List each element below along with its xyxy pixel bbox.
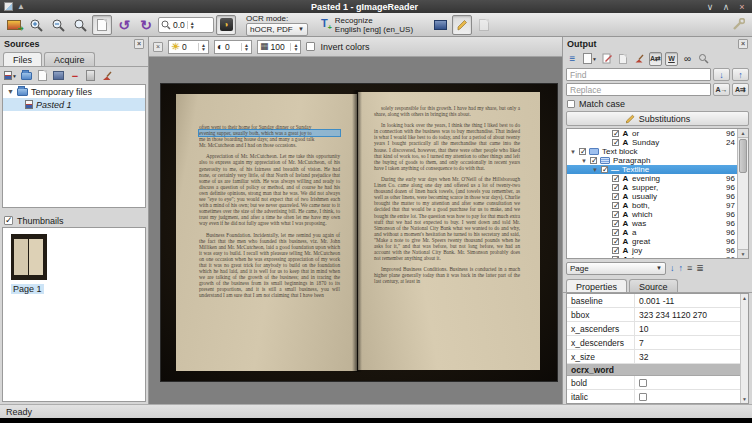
- item-checkbox[interactable]: [612, 202, 619, 209]
- tree-row-pasted-1[interactable]: Pasted 1: [3, 98, 145, 111]
- minimize-button[interactable]: ∨: [704, 2, 716, 12]
- settings-button[interactable]: [728, 15, 748, 35]
- ocr-tree-row[interactable]: A or 96: [567, 129, 737, 138]
- tab-source[interactable]: Source: [629, 279, 678, 292]
- ocr-tree-row[interactable]: A joy 96: [567, 246, 737, 255]
- zoom-in-button[interactable]: [26, 15, 46, 35]
- capture-image-button[interactable]: [430, 15, 450, 35]
- open-folder-button[interactable]: [21, 69, 33, 83]
- expander-icon[interactable]: ▼: [570, 149, 576, 155]
- brightness-spinbox[interactable]: ☀ 0 ▲▼: [168, 40, 209, 54]
- collapse-all-button[interactable]: ≣: [696, 263, 704, 273]
- next-item-button[interactable]: ↓: [670, 263, 675, 273]
- thumbnails-checkbox[interactable]: [4, 216, 13, 225]
- item-checkbox[interactable]: [612, 175, 619, 182]
- italic-checkbox[interactable]: [639, 393, 647, 401]
- expander-icon[interactable]: ▼: [581, 158, 587, 164]
- ocr-result-tree[interactable]: A or 96 A Sunday 24 ▼ Text block ▼ Parag…: [566, 128, 749, 259]
- save-output-button[interactable]: ▼: [582, 52, 598, 66]
- rotate-right-button[interactable]: ↻: [136, 15, 156, 35]
- close-button[interactable]: ×: [736, 2, 748, 12]
- scrollbar-thumb[interactable]: [739, 139, 747, 173]
- prev-item-button[interactable]: ↑: [679, 263, 684, 273]
- ocr-tree-row[interactable]: ▼ Paragraph: [567, 156, 737, 165]
- controls-close-icon[interactable]: ×: [153, 42, 163, 52]
- expander-icon[interactable]: ▼: [7, 88, 14, 95]
- replace-all-button[interactable]: A⇉: [732, 83, 749, 96]
- item-checkbox[interactable]: [612, 238, 619, 245]
- table-scrollbar[interactable]: ▲ ▼: [740, 294, 748, 403]
- property-value[interactable]: 7: [635, 338, 740, 348]
- property-row[interactable]: bold: [567, 376, 740, 390]
- property-row[interactable]: x_ascenders 10: [567, 322, 740, 336]
- property-value[interactable]: 323 234 1120 270: [635, 310, 740, 320]
- property-value[interactable]: [635, 393, 740, 401]
- property-value[interactable]: 0.001 -11: [635, 296, 740, 306]
- rotate-left-button[interactable]: ↺: [114, 15, 134, 35]
- sources-file-tree[interactable]: ▼ Temporary files Pasted 1: [2, 84, 146, 208]
- expander-icon[interactable]: ▼: [592, 167, 598, 173]
- item-checkbox[interactable]: [601, 166, 608, 173]
- ocr-tree-row[interactable]: A which 96: [567, 210, 737, 219]
- scanned-book-image[interactable]: often went to their home for Sunday dinn…: [161, 84, 557, 381]
- tab-acquire[interactable]: Acquire: [44, 52, 95, 66]
- page-thumbnail[interactable]: [11, 234, 47, 280]
- property-value[interactable]: 32: [635, 352, 740, 362]
- contrast-spin-arrows[interactable]: ▲▼: [241, 43, 249, 51]
- item-checkbox[interactable]: [590, 157, 597, 164]
- thumbnails-list[interactable]: Page 1: [2, 227, 146, 402]
- recognize-button[interactable]: T+ Recognize English [eng] (en_US): [316, 15, 418, 35]
- add-images-button[interactable]: ▼: [4, 69, 17, 83]
- property-row[interactable]: x_descenders 7: [567, 336, 740, 350]
- brightness-spin-arrows[interactable]: ▲▼: [198, 43, 206, 51]
- item-checkbox[interactable]: [612, 193, 619, 200]
- item-checkbox[interactable]: [612, 130, 619, 137]
- edit-hocr-button[interactable]: [601, 52, 614, 66]
- scroll-down-icon[interactable]: ▼: [741, 395, 748, 403]
- zoom-out-button[interactable]: [48, 15, 68, 35]
- ocr-tree-row[interactable]: A supper, 96: [567, 183, 737, 192]
- scroll-up-icon[interactable]: ▲: [738, 129, 748, 138]
- delete-source-button[interactable]: [85, 69, 97, 83]
- find-next-button[interactable]: ↓: [713, 68, 730, 81]
- property-value[interactable]: [635, 379, 740, 387]
- substitutions-button[interactable]: Substitutions: [566, 111, 749, 126]
- navigation-target-selector[interactable]: ∞: [681, 52, 694, 66]
- property-value[interactable]: 10: [635, 324, 740, 334]
- sources-close-icon[interactable]: ×: [134, 39, 144, 49]
- ocr-tree-row[interactable]: A a 96: [567, 228, 737, 237]
- find-prev-button[interactable]: ↑: [732, 68, 749, 81]
- clear-sources-button[interactable]: [101, 69, 113, 83]
- preview-button[interactable]: [617, 52, 630, 66]
- ocr-tree-row[interactable]: A Sunday 24: [567, 138, 737, 147]
- pin-icon[interactable]: ▲: [17, 3, 25, 11]
- scroll-up-icon[interactable]: ▲: [741, 294, 748, 302]
- navigation-scope-combo[interactable]: Page ▼: [566, 262, 666, 275]
- properties-table[interactable]: baseline 0.001 -11 bbox 323 234 1120 270…: [566, 293, 749, 404]
- invert-colors-checkbox[interactable]: [306, 42, 315, 51]
- bold-checkbox[interactable]: [639, 379, 647, 387]
- find-input[interactable]: [566, 68, 711, 81]
- zoom-fit-button[interactable]: [92, 15, 112, 35]
- match-case-checkbox[interactable]: [567, 100, 575, 108]
- replace-button[interactable]: A→: [713, 83, 730, 96]
- image-canvas[interactable]: often went to their home for Sunday dinn…: [149, 57, 562, 404]
- insert-mode-button[interactable]: ≡: [566, 52, 579, 66]
- paste-source-button[interactable]: [37, 69, 49, 83]
- contrast-spinbox[interactable]: ◐ 0 ▲▼: [214, 40, 252, 54]
- ocr-tree-row[interactable]: A both, 97: [567, 201, 737, 210]
- remove-source-button[interactable]: −: [69, 69, 81, 83]
- rotation-spinbox[interactable]: 0.0 ▲▼: [158, 17, 214, 33]
- zoom-original-button[interactable]: [70, 15, 90, 35]
- resolution-spin-arrows[interactable]: ▲▼: [290, 43, 298, 51]
- item-checkbox[interactable]: [612, 229, 619, 236]
- item-checkbox[interactable]: [612, 184, 619, 191]
- item-checkbox[interactable]: [612, 220, 619, 227]
- ocr-tree-row[interactable]: A usually 96: [567, 192, 737, 201]
- clear-output-button[interactable]: [633, 52, 646, 66]
- expand-all-button[interactable]: ≡: [687, 263, 692, 273]
- edit-output-toggle[interactable]: [452, 15, 472, 35]
- rotation-spin-arrows[interactable]: ▲▼: [187, 21, 195, 29]
- item-checkbox[interactable]: [579, 148, 586, 155]
- ocr-tree-row[interactable]: A evening 96: [567, 174, 737, 183]
